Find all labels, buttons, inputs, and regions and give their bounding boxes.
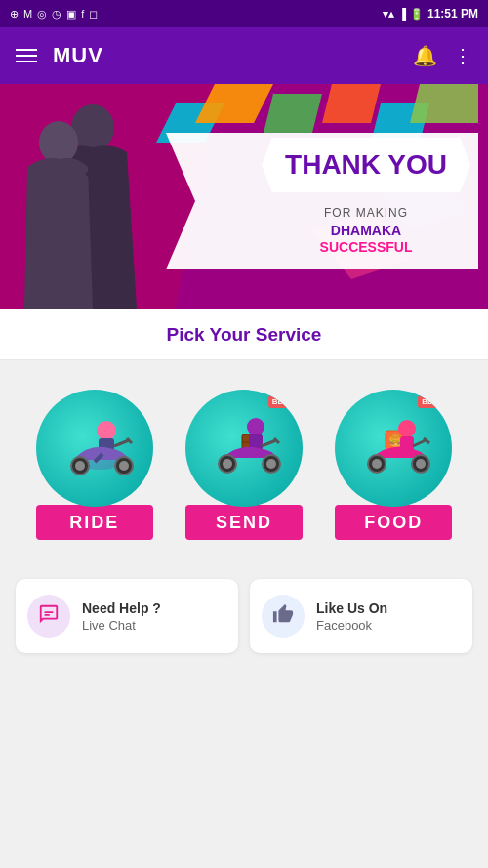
app-title: MUV <box>53 43 103 68</box>
menu-button[interactable] <box>16 49 37 62</box>
food-illustration: 🍔 <box>345 409 442 487</box>
send-beta-badge: BETA <box>268 395 297 408</box>
need-help-title: Need Help ? <box>82 599 161 617</box>
thank-you-box: THANK YOU <box>262 138 470 192</box>
app-icon-2: M <box>23 8 32 20</box>
svg-rect-45 <box>44 614 50 616</box>
ride-circle <box>36 390 153 507</box>
thumbs-up-icon <box>272 603 294 630</box>
need-help-text: Need Help ? Live Chat <box>82 599 161 632</box>
ride-button[interactable]: RIDE <box>36 505 153 540</box>
svg-point-40 <box>372 459 382 469</box>
more-options-icon[interactable]: ⋮ <box>453 44 472 67</box>
thank-you-text: THANK YOU <box>285 151 447 179</box>
svg-point-31 <box>266 459 276 469</box>
svg-point-19 <box>119 461 129 471</box>
app-icon-6: f <box>81 8 84 20</box>
facebook-text: Like Us On Facebook <box>316 599 387 632</box>
facebook-card[interactable]: Like Us On Facebook <box>250 579 472 653</box>
svg-point-12 <box>39 121 78 164</box>
food-button[interactable]: FOOD <box>335 505 452 540</box>
thumb-icon-circle <box>262 595 305 638</box>
svg-point-26 <box>247 418 264 435</box>
need-help-card[interactable]: Need Help ? Live Chat <box>16 579 238 653</box>
services-section: RIDE BETA SEND <box>0 360 488 569</box>
service-header: Pick Your Service <box>0 309 488 360</box>
banner-people <box>0 89 181 309</box>
svg-line-43 <box>424 438 429 443</box>
banner: THANK YOU FOR MAKING DHAMAKA SUCCESSFUL <box>0 84 488 309</box>
status-bar-right: ▾▴ ▐ 🔋 11:51 PM <box>383 7 478 21</box>
send-service-item[interactable]: BETA SEND <box>185 390 303 540</box>
send-illustration <box>195 409 293 487</box>
svg-rect-44 <box>44 611 53 613</box>
nav-left: MUV <box>16 43 103 68</box>
svg-line-42 <box>413 440 426 446</box>
notification-icon[interactable]: 🔔 <box>413 44 437 67</box>
food-circle: BETA 🍔 <box>335 390 452 507</box>
send-button[interactable]: SEND <box>185 505 303 540</box>
facebook-subtitle: Facebook <box>316 618 387 633</box>
food-service-item[interactable]: BETA 🍔 FOOD <box>335 390 452 540</box>
svg-line-21 <box>127 438 132 443</box>
svg-marker-4 <box>264 94 322 133</box>
for-making-text: FOR MAKING <box>262 206 470 220</box>
send-circle: BETA <box>185 390 303 507</box>
svg-marker-7 <box>410 84 478 123</box>
wifi-icon: ▾▴ <box>383 8 394 21</box>
svg-point-30 <box>223 459 232 469</box>
food-beta-badge: BETA <box>418 395 446 408</box>
svg-line-20 <box>114 440 129 446</box>
ride-illustration <box>46 409 143 487</box>
bottom-section: Need Help ? Live Chat Like Us On Faceboo… <box>0 569 488 673</box>
svg-point-18 <box>75 461 85 471</box>
battery-icon: 🔋 <box>410 8 424 21</box>
people-illustration <box>0 89 181 309</box>
chat-icon <box>38 603 60 630</box>
status-bar: ⊕ M ◎ ◷ ▣ f ◻ ▾▴ ▐ 🔋 11:51 PM <box>0 0 488 27</box>
like-us-title: Like Us On <box>316 599 387 617</box>
app-icon-4: ◷ <box>52 8 61 21</box>
app-icon-3: ◎ <box>37 8 47 21</box>
service-title: Pick Your Service <box>167 324 322 345</box>
live-chat-subtitle: Live Chat <box>82 618 161 633</box>
signal-icon: ▐ <box>398 8 406 20</box>
status-bar-icons: ⊕ M ◎ ◷ ▣ f ◻ <box>10 8 98 21</box>
app-icon-5: ▣ <box>66 8 76 21</box>
top-nav: MUV 🔔 ⋮ <box>0 27 488 84</box>
nav-right: 🔔 ⋮ <box>413 44 472 67</box>
chat-icon-circle <box>27 595 70 638</box>
svg-line-33 <box>274 438 279 443</box>
app-icon-7: ◻ <box>89 8 98 21</box>
app-icon-1: ⊕ <box>10 8 19 21</box>
svg-point-13 <box>97 421 116 440</box>
dhamaka-text: DHAMAKA <box>331 223 401 238</box>
svg-point-36 <box>398 420 416 437</box>
time-display: 11:51 PM <box>427 7 478 21</box>
svg-point-41 <box>416 459 426 469</box>
svg-marker-5 <box>322 84 381 123</box>
svg-line-32 <box>262 440 276 446</box>
banner-text-area: THANK YOU FOR MAKING DHAMAKA SUCCESSFUL <box>262 138 470 255</box>
ride-service-item[interactable]: RIDE <box>36 390 153 540</box>
successful-text-line: SUCCESSFUL <box>262 239 470 255</box>
